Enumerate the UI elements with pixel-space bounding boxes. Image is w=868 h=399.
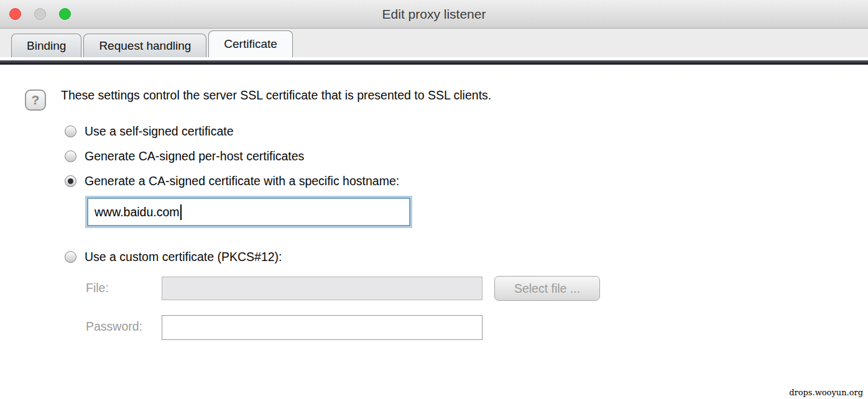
password-input[interactable]: [162, 315, 482, 340]
radio-label-specific-hostname: Generate a CA-signed certificate with a …: [85, 174, 399, 188]
certificate-panel: ? These settings control the server SSL …: [0, 65, 868, 399]
file-label: File:: [86, 281, 109, 295]
radio-row-custom-certificate[interactable]: Use a custom certificate (PKCS#12):: [65, 249, 282, 264]
window-title: Edit proxy listener: [0, 7, 868, 22]
tab-binding[interactable]: Binding: [11, 34, 81, 57]
radio-self-signed[interactable]: [65, 126, 76, 137]
tab-separator: [0, 60, 868, 65]
zoom-button[interactable]: [59, 8, 71, 20]
file-input[interactable]: [162, 277, 482, 300]
watermark: drops.wooyun.org: [789, 388, 863, 397]
radio-label-custom-certificate: Use a custom certificate (PKCS#12):: [85, 250, 282, 264]
text-caret: [180, 204, 182, 220]
radio-label-self-signed: Use a self-signed certificate: [85, 124, 234, 139]
panel-description: These settings control the server SSL ce…: [61, 87, 491, 103]
radio-row-self-signed[interactable]: Use a self-signed certificate: [65, 124, 234, 139]
minimize-button[interactable]: [34, 8, 46, 20]
close-button[interactable]: [9, 8, 21, 20]
traffic-lights: [0, 8, 71, 20]
tab-certificate[interactable]: Certificate: [208, 30, 293, 57]
help-icon[interactable]: ?: [25, 89, 46, 111]
titlebar: Edit proxy listener: [0, 0, 868, 29]
tab-request-handling[interactable]: Request handling: [83, 34, 206, 57]
radio-row-per-host[interactable]: Generate CA-signed per-host certificates: [65, 149, 304, 163]
radio-specific-hostname[interactable]: [65, 175, 76, 187]
tab-bar: Binding Request handling Certificate: [0, 29, 868, 57]
radio-label-per-host: Generate CA-signed per-host certificates: [85, 149, 304, 163]
radio-row-specific-hostname[interactable]: Generate a CA-signed certificate with a …: [65, 173, 399, 188]
password-label: Password:: [86, 319, 142, 334]
radio-custom-certificate[interactable]: [65, 251, 76, 263]
hostname-value: www.baidu.com: [95, 205, 180, 219]
select-file-button[interactable]: Select file ...: [494, 276, 600, 301]
hostname-input[interactable]: www.baidu.com: [87, 198, 410, 226]
radio-per-host[interactable]: [65, 150, 76, 162]
